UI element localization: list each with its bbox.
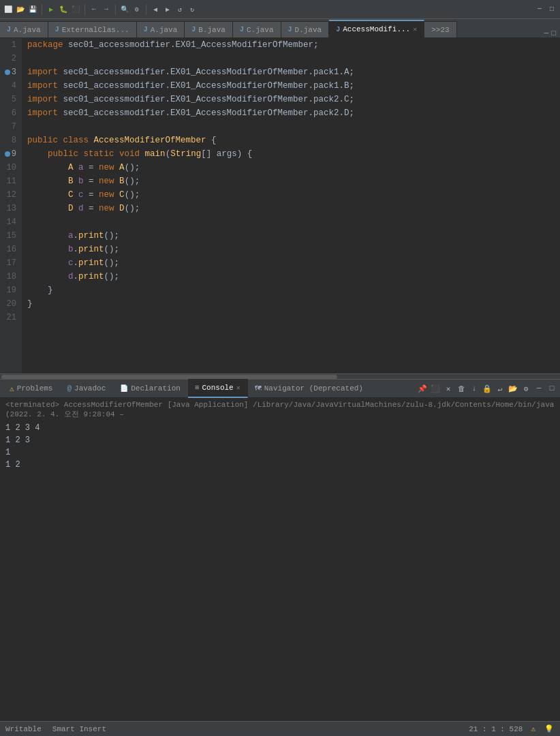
tab-d-java[interactable]: J D.java — [281, 21, 330, 37]
panel-tab-problems[interactable]: ⚠ Problems — [3, 379, 60, 398]
status-position: 21 : 1 : 528 — [469, 725, 523, 733]
console-word-wrap-icon[interactable]: ↵ — [495, 383, 505, 394]
console-remove-icon[interactable]: ✕ — [443, 383, 454, 394]
toolbar-icon-stop[interactable]: ⬛ — [70, 4, 81, 15]
console-pin-icon[interactable]: 📌 — [417, 383, 428, 394]
toolbar-sep-1 — [42, 4, 42, 15]
tab-icon-7: J — [336, 26, 340, 33]
code-editor[interactable]: package sec01_accessmodifier.EX01_Access… — [22, 38, 560, 373]
toolbar-icon-back[interactable]: ← — [89, 4, 99, 15]
line-number-3: 3 — [3, 65, 19, 79]
tab-icon-1: J — [7, 26, 11, 33]
panel-tab-problems-label: Problems — [17, 384, 53, 393]
toolbar-sep-4 — [146, 4, 146, 15]
console-output[interactable]: <terminated> AccessModifierOfMember [Jav… — [0, 398, 560, 721]
console-scroll-lock-icon[interactable]: 🔒 — [482, 383, 493, 394]
tab-b-java[interactable]: J B.java — [185, 21, 233, 37]
line-number-19: 19 — [3, 283, 19, 297]
code-line-9: public static void main(String[] args) { — [27, 147, 555, 161]
console-scroll-end-icon[interactable]: ↓ — [469, 383, 480, 394]
console-output-line-4: 1 2 — [5, 459, 555, 471]
console-open-icon[interactable]: 📂 — [508, 383, 518, 394]
code-line-7 — [27, 120, 555, 134]
toolbar-icon-settings[interactable]: ⚙ — [131, 4, 142, 15]
line-number-11: 11 — [3, 174, 19, 188]
panel-toolbar: 📌 ⬛ ✕ 🗑 ↓ 🔒 ↵ 📂 ⚙ ─ □ — [417, 383, 557, 394]
status-writable: Writable — [5, 725, 42, 733]
tab-c-java[interactable]: J C.java — [233, 21, 281, 37]
panel-tab-javadoc[interactable]: @ Javadoc — [60, 379, 113, 398]
panel-minimize-icon[interactable]: ─ — [533, 383, 544, 394]
editor-area: 1 2 3 4 5 6 7 8 9 10 11 12 13 14 15 16 1… — [0, 38, 560, 379]
toolbar-icon-debug[interactable]: 🐛 — [58, 4, 69, 15]
tab-label-2: ExternalClas... — [62, 26, 129, 34]
tab-icon-5: J — [240, 26, 244, 33]
line-number-10: 10 — [3, 161, 19, 174]
tab-overflow-label: >>23 — [431, 26, 449, 34]
toolbar-icon-extra1[interactable]: ◀ — [150, 4, 161, 15]
status-insert-mode: Smart Insert — [52, 725, 106, 733]
code-line-18: d.print(); — [27, 270, 555, 283]
tab-overflow[interactable]: >>23 — [424, 21, 456, 37]
tab-icon-2: J — [55, 26, 59, 33]
code-line-16: b.print(); — [27, 243, 555, 256]
toolbar-icon-minimize[interactable]: ─ — [534, 4, 545, 15]
console-output-line-2: 1 2 3 — [5, 434, 555, 446]
tab-label-6: D.java — [295, 26, 322, 34]
status-warn-icon[interactable]: ⚠ — [531, 724, 535, 733]
editor-minimize-btn[interactable]: ─ — [544, 29, 549, 37]
toolbar-icon-search[interactable]: 🔍 — [119, 4, 130, 15]
panel-tab-bar: ⚠ Problems @ Javadoc 📄 Declaration ≡ Con… — [0, 379, 560, 398]
console-terminate-icon[interactable]: ⬛ — [430, 383, 441, 394]
line-number-16: 16 — [3, 243, 19, 256]
console-terminated-text: <terminated> AccessModifierOfMember [Jav… — [5, 401, 555, 419]
toolbar-icon-extra2[interactable]: ▶ — [162, 4, 173, 15]
toolbar-sep-3 — [115, 4, 116, 15]
code-line-2 — [27, 52, 555, 65]
code-line-8: public class AccessModifierOfMember { — [27, 134, 555, 147]
toolbar-icon-extra4[interactable]: ↻ — [187, 4, 198, 15]
line-numbers: 1 2 3 4 5 6 7 8 9 10 11 12 13 14 15 16 1… — [0, 38, 22, 373]
tab-close-7[interactable]: ✕ — [413, 25, 417, 33]
toolbar-icon-open[interactable]: 📂 — [15, 4, 26, 15]
toolbar-icon-run[interactable]: ▶ — [46, 4, 57, 15]
bottom-panel: ⚠ Problems @ Javadoc 📄 Declaration ≡ Con… — [0, 379, 560, 721]
line-number-2: 2 — [3, 52, 19, 65]
code-line-6: import sec01_accessmodifier.EX01_AccessM… — [27, 106, 555, 120]
line-number-5: 5 — [3, 93, 19, 106]
toolbar-icon-new[interactable]: ⬜ — [3, 4, 14, 15]
code-line-19: } — [27, 283, 555, 297]
editor-maximize-btn[interactable]: □ — [551, 29, 556, 37]
toolbar-icon-forward[interactable]: → — [101, 4, 112, 15]
tab-icon-4: J — [191, 26, 196, 33]
tab-icon-3: J — [144, 26, 148, 33]
line-number-1: 1 — [3, 38, 19, 52]
status-tip-icon[interactable]: 💡 — [544, 724, 555, 735]
status-bar: Writable Smart Insert 21 : 1 : 528 ⚠ 💡 — [0, 721, 560, 736]
toolbar-icon-extra3[interactable]: ↺ — [174, 4, 185, 15]
tab-accessmodifier[interactable]: J AccessModifi... ✕ — [329, 20, 424, 37]
code-line-15: a.print(); — [27, 229, 555, 243]
console-output-line-1: 1 2 3 4 — [5, 422, 555, 434]
panel-tab-navigator-icon: 🗺 — [255, 384, 262, 393]
console-settings-icon[interactable]: ⚙ — [520, 383, 531, 394]
code-line-20: } — [27, 297, 555, 311]
panel-maximize-icon[interactable]: □ — [546, 383, 557, 394]
editor-scrollbar[interactable] — [0, 373, 560, 379]
console-clear-icon[interactable]: 🗑 — [456, 383, 467, 394]
line-number-17: 17 — [3, 256, 19, 270]
code-line-17: c.print(); — [27, 256, 555, 270]
tab-externalclass[interactable]: J ExternalClas... — [48, 21, 137, 37]
toolbar-icon-maximize[interactable]: □ — [546, 4, 557, 15]
panel-tab-declaration[interactable]: 📄 Declaration — [113, 379, 188, 398]
code-line-11: B b = new B(); — [27, 174, 555, 188]
panel-tab-problems-icon: ⚠ — [10, 384, 14, 393]
line-number-7: 7 — [3, 120, 19, 134]
tab-a-java-2[interactable]: J A.java — [137, 21, 185, 37]
status-right: 21 : 1 : 528 ⚠ 💡 — [469, 724, 555, 735]
panel-tab-navigator[interactable]: 🗺 Navigator (Deprecated) — [248, 379, 371, 398]
panel-tab-console[interactable]: ≡ Console ✕ — [188, 379, 248, 398]
tab-a-java-1[interactable]: J A.java — [0, 21, 48, 37]
panel-tab-console-close[interactable]: ✕ — [236, 384, 240, 392]
toolbar-icon-save[interactable]: 💾 — [27, 4, 38, 15]
